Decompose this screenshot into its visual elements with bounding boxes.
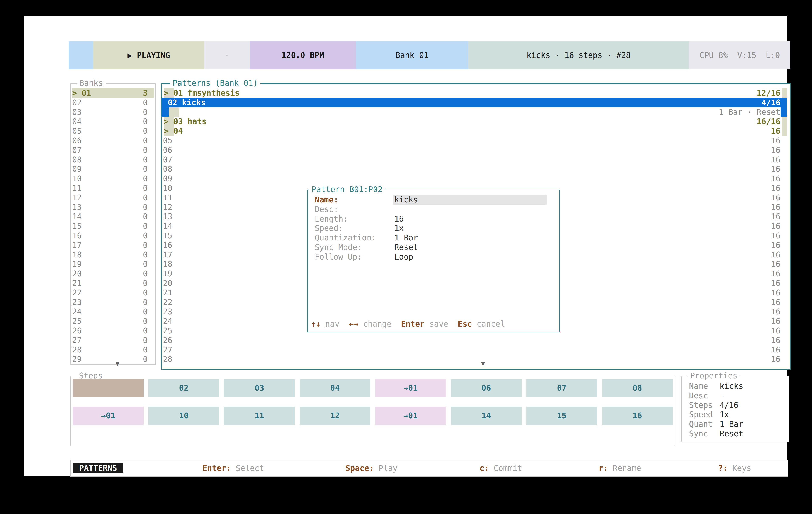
bank-row[interactable]: 070 xyxy=(72,145,154,155)
bank-id: 26 xyxy=(72,326,82,335)
bank-row[interactable]: 100 xyxy=(72,174,154,183)
field-value[interactable]: Loop xyxy=(394,252,413,262)
bank-row[interactable]: 120 xyxy=(72,193,154,203)
step-cell-09[interactable]: →01 xyxy=(73,406,144,425)
pattern-row[interactable]: 0716 xyxy=(162,155,787,164)
bank-row[interactable]: 150 xyxy=(72,221,154,231)
bank-row[interactable]: 050 xyxy=(72,126,154,136)
pattern-label: 12 xyxy=(163,203,172,212)
bank-row[interactable]: 060 xyxy=(72,136,154,145)
field-label: Sync Mode: xyxy=(315,243,362,252)
bank-row[interactable]: 250 xyxy=(72,316,154,326)
pattern-step-count: 16 xyxy=(771,278,780,288)
keybar-hint: Enter: Select xyxy=(203,460,264,477)
pattern-label: 14 xyxy=(163,221,172,231)
bank-row[interactable]: 180 xyxy=(72,250,154,260)
field-value[interactable]: Reset xyxy=(394,243,418,252)
pattern-step-count: 16 xyxy=(771,250,780,260)
transport-status: ▶ PLAYING xyxy=(93,41,204,69)
bank-row[interactable]: 190 xyxy=(72,259,154,269)
step-cell-03[interactable]: 03 xyxy=(224,379,295,397)
bank-row-selected[interactable]: > 013 xyxy=(72,88,154,98)
pattern-step-count: 16 xyxy=(771,288,780,298)
pattern-label: 05 xyxy=(163,136,172,145)
bank-row[interactable]: 090 xyxy=(72,164,154,174)
banks-more-icon: ▼ xyxy=(116,361,119,367)
pattern-label: 26 xyxy=(163,336,172,345)
bank-row[interactable]: 210 xyxy=(72,278,154,288)
bank-pattern-count: 0 xyxy=(143,316,148,326)
step-cell-06[interactable]: 06 xyxy=(451,379,522,397)
step-cell-11[interactable]: 11 xyxy=(224,406,295,425)
bank-pattern-count: 0 xyxy=(143,145,148,155)
step-cell-01[interactable] xyxy=(73,379,144,397)
field-value[interactable]: 16 xyxy=(394,214,404,224)
bank-pattern-count: 0 xyxy=(143,212,148,221)
bank-row[interactable]: 290 xyxy=(72,355,154,364)
bank-row[interactable]: 040 xyxy=(72,117,154,126)
bank-row[interactable]: 280 xyxy=(72,345,154,355)
bank-pattern-count: 3 xyxy=(143,88,148,98)
step-cell-13[interactable]: →01 xyxy=(375,406,446,425)
step-cell-12[interactable]: 12 xyxy=(300,406,370,425)
pattern-label: 09 xyxy=(163,174,172,183)
hint-key: Enter xyxy=(401,320,425,329)
pattern-step-count: 16 xyxy=(771,316,780,326)
bank-row[interactable]: 110 xyxy=(72,183,154,193)
pattern-row[interactable]: 2616 xyxy=(162,335,787,345)
step-cell-14[interactable]: 14 xyxy=(451,406,522,425)
field-label: Desc: xyxy=(315,205,338,214)
status-pad xyxy=(68,41,93,69)
pattern-row[interactable]: > 03 hats16/16 xyxy=(162,117,787,126)
bank-id: > 01 xyxy=(72,89,91,98)
bank-row[interactable]: 230 xyxy=(72,298,154,307)
pattern-row[interactable]: 0616 xyxy=(162,145,787,155)
field-value[interactable]: kicks xyxy=(394,195,418,205)
system-stats: CPU 8% V:15 L:0 xyxy=(689,41,790,69)
pattern-row[interactable]: 0516 xyxy=(162,136,787,145)
bank-row[interactable]: 080 xyxy=(72,155,154,164)
pattern-row[interactable]: > 01 fmsynthesis12/16 xyxy=(162,88,787,98)
pattern-label: 07 xyxy=(163,155,172,164)
bank-row[interactable]: 020 xyxy=(72,98,154,108)
pattern-row-selected[interactable]: 02 kicks4/16 xyxy=(162,98,787,108)
field-value[interactable]: 1 Bar xyxy=(394,233,418,243)
pattern-label: 20 xyxy=(163,279,172,288)
bank-row[interactable]: 160 xyxy=(72,231,154,240)
field-value[interactable]: 1x xyxy=(394,223,404,233)
pattern-info-display: kicks · 16 steps · #28 xyxy=(468,41,689,69)
step-cell-15[interactable]: 15 xyxy=(526,406,597,425)
bank-pattern-count: 0 xyxy=(143,355,148,364)
bank-pattern-count: 0 xyxy=(143,98,148,108)
pattern-label: 22 xyxy=(163,298,172,307)
bank-id: 12 xyxy=(72,193,82,202)
bank-row[interactable]: 220 xyxy=(72,288,154,298)
pattern-row[interactable]: 2816 xyxy=(162,355,787,364)
pattern-step-count: 16 xyxy=(771,174,780,183)
bank-id: 17 xyxy=(72,241,82,250)
bank-row[interactable]: 260 xyxy=(72,326,154,335)
pattern-row[interactable]: 2716 xyxy=(162,345,787,355)
pattern-row[interactable]: > 0416 xyxy=(162,126,787,136)
pattern-label: 24 xyxy=(163,316,172,326)
bank-row[interactable]: 270 xyxy=(72,335,154,345)
step-cell-07[interactable]: 07 xyxy=(526,379,597,397)
patterns-panel-title: Patterns (Bank 01) xyxy=(170,79,260,88)
bank-row[interactable]: 240 xyxy=(72,307,154,316)
dialog-title: Pattern B01:P02 xyxy=(309,185,385,194)
bank-row[interactable]: 130 xyxy=(72,203,154,212)
pattern-row[interactable]: 0816 xyxy=(162,164,787,174)
step-cell-10[interactable]: 10 xyxy=(148,406,219,425)
pattern-row[interactable]: 0916 xyxy=(162,174,787,183)
step-cell-16[interactable]: 16 xyxy=(602,406,673,425)
step-cell-02[interactable]: 02 xyxy=(148,379,219,397)
hint-key: ←→ xyxy=(349,320,358,329)
app-root: ▶ PLAYING · 120.0 BPM Bank 01 kicks · 16… xyxy=(0,0,812,514)
step-cell-05[interactable]: →01 xyxy=(375,379,446,397)
bank-row[interactable]: 170 xyxy=(72,240,154,250)
step-cell-08[interactable]: 08 xyxy=(602,379,673,397)
step-cell-04[interactable]: 04 xyxy=(300,379,370,397)
bank-row[interactable]: 030 xyxy=(72,108,154,117)
bank-row[interactable]: 200 xyxy=(72,269,154,278)
bank-row[interactable]: 140 xyxy=(72,212,154,221)
